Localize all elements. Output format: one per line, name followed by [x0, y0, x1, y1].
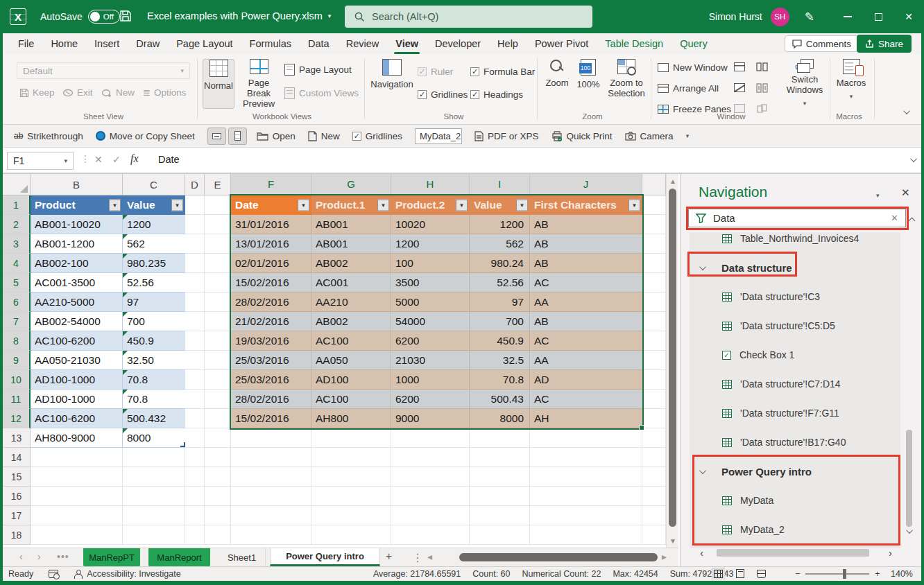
left-table-header[interactable]: Product▼ — [31, 195, 123, 215]
left-table-cell[interactable]: AH800-9000 — [31, 428, 123, 448]
right-table-cell[interactable]: AH800 — [311, 409, 391, 428]
error-indicator-icon[interactable] — [123, 254, 128, 259]
right-table-header[interactable]: First Characters▼ — [530, 195, 642, 215]
column-header-B[interactable]: B — [31, 174, 123, 195]
nav-scroll-right-icon[interactable]: › — [889, 547, 892, 559]
tab-help[interactable]: Help — [489, 33, 527, 54]
left-table-cell[interactable]: 8000 — [123, 428, 185, 448]
tab-file[interactable]: File — [10, 33, 42, 54]
sheet-tab-power-query-intro[interactable]: Power Query intro — [270, 548, 380, 566]
toolbar-toggle-button-1[interactable] — [207, 128, 226, 145]
spreadsheet-grid[interactable]: BCDEFGHIJ123456789101112131415161718Prod… — [3, 174, 666, 548]
left-table-cell[interactable]: 52.56 — [123, 273, 185, 292]
row-header-9[interactable]: 9 — [3, 351, 31, 370]
right-table-cell[interactable]: AD100 — [311, 370, 391, 390]
fill-handle[interactable] — [639, 425, 644, 430]
sheet-scroll-right-icon[interactable]: › — [37, 551, 41, 562]
strikethrough-button[interactable]: ab Strikethrough — [14, 131, 83, 141]
right-table-header[interactable]: Value▼ — [470, 195, 530, 215]
insert-function-icon[interactable]: fx — [130, 152, 139, 165]
right-table-cell[interactable]: 3500 — [391, 273, 470, 292]
right-table-cell[interactable]: 97 — [470, 292, 530, 312]
right-table-cell[interactable]: 15/02/2016 — [231, 409, 311, 428]
tab-data[interactable]: Data — [300, 33, 338, 54]
right-table-cell[interactable]: AA050 — [311, 351, 391, 370]
quick-print-button[interactable]: Quick Print — [551, 131, 613, 141]
select-all-corner[interactable] — [3, 174, 31, 195]
nav-item-table-northwind-invoices4[interactable]: Table_Northwind_Invoices4 — [722, 229, 859, 247]
status-stat[interactable]: Average: 21784.65591 — [373, 569, 461, 579]
right-table-cell[interactable]: AC — [530, 331, 642, 351]
right-table-cell[interactable]: 28/02/2016 — [231, 292, 311, 312]
row-header-2[interactable]: 2 — [3, 215, 31, 234]
gridlines-toggle[interactable]: ✓ Gridlines — [352, 131, 402, 141]
switch-windows-button[interactable]: ↺ Switch Windows ▾ — [782, 59, 827, 109]
hide-button[interactable] — [734, 83, 745, 92]
right-table-cell[interactable]: 52.56 — [470, 273, 530, 292]
document-title[interactable]: Excel examples with Power Query.xlsm ▾ — [147, 10, 331, 21]
row-header-5[interactable]: 5 — [3, 273, 31, 292]
synchronous-scrolling-button[interactable] — [756, 83, 768, 93]
arrange-all-button[interactable]: Arrange All — [658, 83, 719, 94]
right-table-cell[interactable]: AA — [530, 292, 642, 312]
macro-record-icon[interactable] — [49, 570, 58, 578]
right-table-cell[interactable]: AB — [530, 234, 642, 254]
tab-review[interactable]: Review — [338, 33, 388, 54]
filter-button-icon[interactable]: ▼ — [516, 200, 528, 211]
left-table-cell[interactable]: AC001-3500 — [31, 273, 123, 292]
sheet-scroll-left-icon[interactable]: ‹ — [19, 551, 23, 562]
right-table-cell[interactable]: 6200 — [391, 331, 470, 351]
page-layout-shortcut[interactable] — [733, 568, 746, 579]
custom-views-button[interactable]: Custom Views — [284, 87, 359, 99]
avatar[interactable]: SH — [771, 8, 789, 26]
error-indicator-icon[interactable] — [123, 390, 128, 394]
sheet-view-combo[interactable]: Default ▾ — [17, 62, 190, 79]
left-table-cell[interactable]: 32.50 — [123, 351, 185, 370]
search-box[interactable]: Search (Alt+Q) — [345, 6, 592, 28]
left-table-cell[interactable]: 562 — [123, 234, 185, 254]
autosave-toggle[interactable]: Off — [88, 10, 120, 24]
pane-options-icon[interactable]: ▾ — [876, 192, 880, 199]
new-window-button[interactable]: New Window — [658, 62, 728, 73]
right-table-cell[interactable]: AA — [530, 351, 642, 370]
left-table-cell[interactable]: 500.432 — [123, 409, 185, 428]
formula-bar-splitter[interactable]: ⋮ — [80, 153, 90, 164]
scroll-down-icon[interactable]: ▼ — [667, 535, 679, 546]
tab-query[interactable]: Query — [671, 33, 716, 54]
options-button[interactable]: ≣ Options — [143, 87, 186, 98]
right-table-cell[interactable]: 15/02/2016 — [231, 273, 311, 292]
maximize-button[interactable] — [863, 0, 893, 33]
right-table-cell[interactable]: 54000 — [391, 312, 470, 331]
nav-item--data-structure-b17-g40[interactable]: 'Data structure'!B17:G40 — [722, 433, 846, 451]
filter-button-icon[interactable]: ▼ — [109, 200, 121, 211]
right-table-cell[interactable]: 70.8 — [470, 370, 530, 390]
nav-scroll-up-icon[interactable] — [909, 218, 916, 225]
right-table-cell[interactable]: AB002 — [311, 254, 391, 273]
zoom-to-selection-button[interactable]: Zoom to Selection — [605, 59, 648, 109]
left-table-header[interactable]: Value▼ — [123, 195, 185, 215]
row-header-4[interactable]: 4 — [3, 254, 31, 273]
error-indicator-icon[interactable] — [123, 273, 128, 278]
nav-item-mydata-2[interactable]: MyData_2 — [722, 521, 785, 539]
column-header-C[interactable]: C — [123, 174, 185, 195]
right-table-cell[interactable]: 980.24 — [470, 254, 530, 273]
view-side-by-side-button[interactable] — [756, 62, 768, 71]
right-table-cell[interactable]: AC — [530, 273, 642, 292]
excel-logo-icon[interactable]: X — [10, 8, 26, 25]
right-table-cell[interactable]: 31/01/2016 — [231, 215, 311, 234]
tab-table-design[interactable]: Table Design — [597, 33, 671, 54]
right-table-cell[interactable]: 100 — [391, 254, 470, 273]
row-header-16[interactable]: 16 — [3, 487, 31, 506]
row-header-13[interactable]: 13 — [3, 428, 31, 448]
new-sheet-view-button[interactable]: New — [101, 87, 135, 98]
pen-icon[interactable]: ✎ — [805, 10, 814, 24]
right-table-cell[interactable]: 700 — [470, 312, 530, 331]
zoom-slider[interactable] — [805, 573, 869, 575]
filter-button-icon[interactable]: ▼ — [171, 200, 183, 211]
nav-hscrollbar-thumb[interactable] — [717, 549, 869, 557]
right-table-cell[interactable]: 6200 — [391, 390, 470, 409]
zoom-out-icon[interactable]: − — [795, 569, 800, 579]
right-table-cell[interactable]: AC100 — [311, 390, 391, 409]
tab-draw[interactable]: Draw — [128, 33, 168, 54]
qat-name-box[interactable]: MyData_2 — [415, 128, 462, 144]
